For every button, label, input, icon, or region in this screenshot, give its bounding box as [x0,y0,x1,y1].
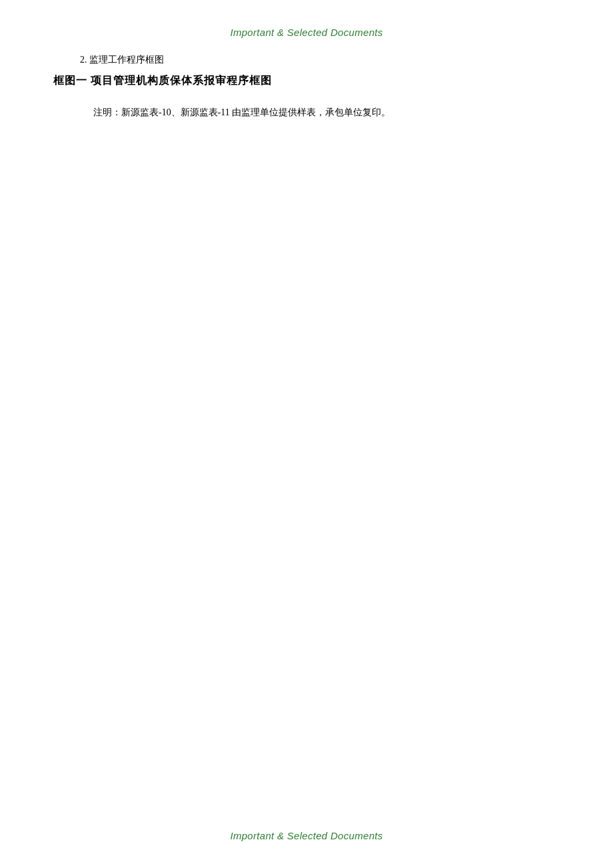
header-title: Important & Selected Documents [53,27,560,38]
footer-title: Important & Selected Documents [0,803,613,841]
note-text: 注明：新源监表-10、新源监表-11 由监理单位提供样表，承包单位复印。 [93,104,560,121]
section-title: 框图一 项目管理机构质保体系报审程序框图 [53,74,560,88]
page-container: Important & Selected Documents 2. 监理工作程序… [0,0,613,868]
subtitle: 2. 监理工作程序框图 [80,54,560,66]
content-area: 2. 监理工作程序框图 框图一 项目管理机构质保体系报审程序框图 注明：新源监表… [53,54,560,841]
